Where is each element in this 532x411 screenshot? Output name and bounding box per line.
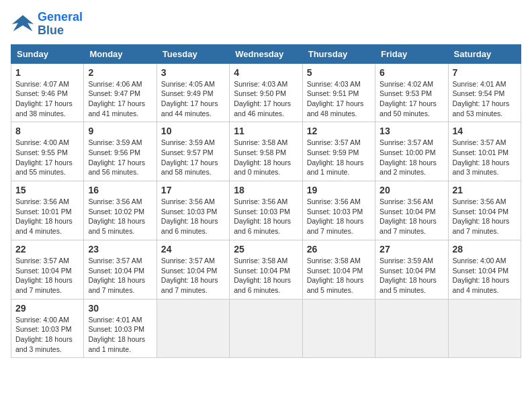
day-number: 17 bbox=[161, 185, 225, 195]
day-info: Sunrise: 3:57 AMSunset: 10:00 PMDaylight… bbox=[380, 138, 443, 177]
weekday-header-saturday: Saturday bbox=[448, 44, 521, 63]
day-info: Sunrise: 4:00 AMSunset: 9:55 PMDaylight:… bbox=[15, 138, 79, 177]
weekday-header-sunday: Sunday bbox=[11, 44, 84, 63]
day-info: Sunrise: 3:56 AMSunset: 10:03 PMDaylight… bbox=[161, 197, 225, 236]
day-number: 16 bbox=[88, 185, 152, 195]
calendar-cell: 15Sunrise: 3:56 AMSunset: 10:01 PMDaylig… bbox=[11, 181, 84, 240]
day-number: 6 bbox=[380, 67, 443, 78]
calendar-cell: 25Sunrise: 3:58 AMSunset: 10:04 PMDaylig… bbox=[230, 240, 302, 299]
day-info: Sunrise: 4:05 AMSunset: 9:49 PMDaylight:… bbox=[161, 79, 225, 119]
day-number: 2 bbox=[88, 67, 152, 78]
day-number: 25 bbox=[234, 244, 298, 255]
calendar-cell: 7Sunrise: 4:01 AMSunset: 9:54 PMDaylight… bbox=[448, 63, 521, 122]
day-info: Sunrise: 4:00 AMSunset: 10:04 PMDaylight… bbox=[453, 256, 517, 295]
day-info: Sunrise: 3:58 AMSunset: 9:58 PMDaylight:… bbox=[234, 138, 298, 177]
day-info: Sunrise: 3:57 AMSunset: 10:04 PMDaylight… bbox=[88, 256, 152, 295]
calendar-cell: 8Sunrise: 4:00 AMSunset: 9:55 PMDaylight… bbox=[11, 122, 84, 181]
day-number: 14 bbox=[453, 126, 517, 136]
day-info: Sunrise: 3:59 AMSunset: 9:57 PMDaylight:… bbox=[161, 138, 225, 177]
calendar-cell: 13Sunrise: 3:57 AMSunset: 10:00 PMDaylig… bbox=[375, 122, 448, 181]
calendar-cell: 24Sunrise: 3:57 AMSunset: 10:04 PMDaylig… bbox=[157, 240, 229, 299]
calendar-cell: 9Sunrise: 3:59 AMSunset: 9:56 PMDaylight… bbox=[84, 122, 157, 181]
day-info: Sunrise: 4:02 AMSunset: 9:53 PMDaylight:… bbox=[380, 79, 443, 119]
weekday-header-monday: Monday bbox=[84, 44, 157, 63]
calendar-cell: 4Sunrise: 4:03 AMSunset: 9:50 PMDaylight… bbox=[230, 63, 302, 122]
calendar-cell: 21Sunrise: 3:56 AMSunset: 10:04 PMDaylig… bbox=[448, 181, 521, 240]
calendar-cell bbox=[230, 299, 302, 358]
day-info: Sunrise: 4:01 AMSunset: 10:03 PMDaylight… bbox=[88, 315, 152, 355]
day-number: 22 bbox=[15, 244, 79, 255]
day-info: Sunrise: 4:03 AMSunset: 9:50 PMDaylight:… bbox=[234, 79, 298, 119]
weekday-header-tuesday: Tuesday bbox=[157, 44, 229, 63]
day-info: Sunrise: 3:56 AMSunset: 10:03 PMDaylight… bbox=[234, 197, 298, 236]
day-info: Sunrise: 3:57 AMSunset: 9:59 PMDaylight:… bbox=[307, 138, 371, 177]
calendar-cell: 18Sunrise: 3:56 AMSunset: 10:03 PMDaylig… bbox=[230, 181, 302, 240]
day-number: 23 bbox=[88, 244, 152, 255]
day-info: Sunrise: 3:56 AMSunset: 10:03 PMDaylight… bbox=[307, 197, 371, 236]
logo-text: General Blue bbox=[38, 11, 83, 38]
day-info: Sunrise: 3:59 AMSunset: 9:56 PMDaylight:… bbox=[88, 138, 152, 177]
day-info: Sunrise: 3:57 AMSunset: 10:04 PMDaylight… bbox=[161, 256, 225, 295]
day-info: Sunrise: 3:58 AMSunset: 10:04 PMDaylight… bbox=[234, 256, 298, 295]
day-number: 24 bbox=[161, 244, 225, 255]
day-number: 3 bbox=[161, 67, 225, 78]
calendar-cell: 11Sunrise: 3:58 AMSunset: 9:58 PMDayligh… bbox=[230, 122, 302, 181]
day-info: Sunrise: 4:01 AMSunset: 9:54 PMDaylight:… bbox=[453, 79, 517, 119]
page-header: General Blue bbox=[11, 11, 521, 38]
day-number: 15 bbox=[15, 185, 79, 195]
day-number: 29 bbox=[15, 303, 79, 314]
calendar-cell: 29Sunrise: 4:00 AMSunset: 10:03 PMDaylig… bbox=[11, 299, 84, 358]
calendar-cell: 3Sunrise: 4:05 AMSunset: 9:49 PMDaylight… bbox=[157, 63, 229, 122]
day-number: 1 bbox=[15, 67, 79, 78]
calendar-cell: 12Sunrise: 3:57 AMSunset: 9:59 PMDayligh… bbox=[302, 122, 375, 181]
weekday-header-friday: Friday bbox=[375, 44, 448, 63]
day-number: 28 bbox=[453, 244, 517, 255]
calendar-cell: 20Sunrise: 3:56 AMSunset: 10:04 PMDaylig… bbox=[375, 181, 448, 240]
calendar-cell: 26Sunrise: 3:58 AMSunset: 10:04 PMDaylig… bbox=[302, 240, 375, 299]
calendar-cell: 30Sunrise: 4:01 AMSunset: 10:03 PMDaylig… bbox=[84, 299, 157, 358]
calendar-cell: 14Sunrise: 3:57 AMSunset: 10:01 PMDaylig… bbox=[448, 122, 521, 181]
calendar-cell: 5Sunrise: 4:03 AMSunset: 9:51 PMDaylight… bbox=[302, 63, 375, 122]
day-info: Sunrise: 3:56 AMSunset: 10:04 PMDaylight… bbox=[453, 197, 517, 236]
calendar-cell: 23Sunrise: 3:57 AMSunset: 10:04 PMDaylig… bbox=[84, 240, 157, 299]
day-info: Sunrise: 3:57 AMSunset: 10:01 PMDaylight… bbox=[453, 138, 517, 177]
day-info: Sunrise: 4:06 AMSunset: 9:47 PMDaylight:… bbox=[88, 79, 152, 119]
day-info: Sunrise: 4:03 AMSunset: 9:51 PMDaylight:… bbox=[307, 79, 371, 119]
calendar-cell: 19Sunrise: 3:56 AMSunset: 10:03 PMDaylig… bbox=[302, 181, 375, 240]
calendar-cell bbox=[157, 299, 229, 358]
logo: General Blue bbox=[11, 11, 83, 38]
weekday-header-wednesday: Wednesday bbox=[230, 44, 302, 63]
day-number: 4 bbox=[234, 67, 298, 78]
day-number: 26 bbox=[307, 244, 371, 255]
day-number: 21 bbox=[453, 185, 517, 195]
day-number: 30 bbox=[88, 303, 152, 314]
day-number: 11 bbox=[234, 126, 298, 136]
calendar-table: SundayMondayTuesdayWednesdayThursdayFrid… bbox=[11, 44, 521, 359]
day-info: Sunrise: 3:59 AMSunset: 10:04 PMDaylight… bbox=[380, 256, 443, 295]
day-number: 10 bbox=[161, 126, 225, 136]
calendar-cell bbox=[375, 299, 448, 358]
day-info: Sunrise: 3:57 AMSunset: 10:04 PMDaylight… bbox=[15, 256, 79, 295]
day-number: 12 bbox=[307, 126, 371, 136]
calendar-cell bbox=[448, 299, 521, 358]
day-number: 19 bbox=[307, 185, 371, 195]
day-info: Sunrise: 3:56 AMSunset: 10:02 PMDaylight… bbox=[88, 197, 152, 236]
svg-marker-0 bbox=[12, 15, 34, 31]
weekday-header-thursday: Thursday bbox=[302, 44, 375, 63]
calendar-cell: 28Sunrise: 4:00 AMSunset: 10:04 PMDaylig… bbox=[448, 240, 521, 299]
calendar-cell: 22Sunrise: 3:57 AMSunset: 10:04 PMDaylig… bbox=[11, 240, 84, 299]
calendar-cell: 10Sunrise: 3:59 AMSunset: 9:57 PMDayligh… bbox=[157, 122, 229, 181]
calendar-cell: 17Sunrise: 3:56 AMSunset: 10:03 PMDaylig… bbox=[157, 181, 229, 240]
logo-icon bbox=[11, 12, 35, 36]
calendar-cell: 6Sunrise: 4:02 AMSunset: 9:53 PMDaylight… bbox=[375, 63, 448, 122]
day-info: Sunrise: 4:00 AMSunset: 10:03 PMDaylight… bbox=[15, 315, 79, 355]
day-number: 5 bbox=[307, 67, 371, 78]
day-info: Sunrise: 3:58 AMSunset: 10:04 PMDaylight… bbox=[307, 256, 371, 295]
calendar-cell bbox=[302, 299, 375, 358]
day-info: Sunrise: 4:07 AMSunset: 9:46 PMDaylight:… bbox=[15, 79, 79, 119]
day-number: 27 bbox=[380, 244, 443, 255]
day-number: 8 bbox=[15, 126, 79, 136]
calendar-cell: 27Sunrise: 3:59 AMSunset: 10:04 PMDaylig… bbox=[375, 240, 448, 299]
day-info: Sunrise: 3:56 AMSunset: 10:04 PMDaylight… bbox=[380, 197, 443, 236]
day-number: 13 bbox=[380, 126, 443, 136]
